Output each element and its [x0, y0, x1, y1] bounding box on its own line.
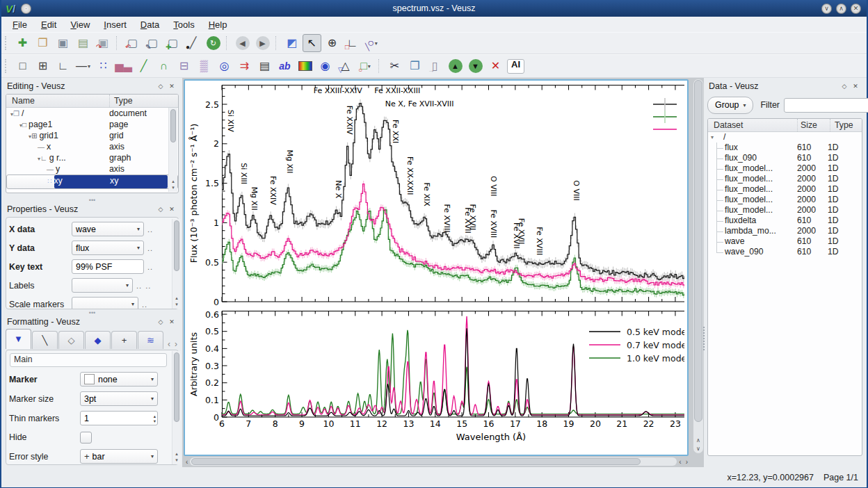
tab-main[interactable]: ▼ — [6, 329, 31, 349]
plot-vscrollbar[interactable]: ∧∨ — [693, 79, 703, 453]
rename-widget-button[interactable]: AI — [506, 57, 525, 75]
tree-row-y[interactable]: —yaxis — [6, 163, 178, 174]
select-region-button[interactable]: ◩ — [282, 34, 301, 52]
tree-row-xy[interactable]: ∷xyxy — [6, 174, 178, 189]
xdata-more-button[interactable]: .. — [147, 225, 153, 234]
reload-data-button[interactable]: ↻ — [204, 34, 223, 52]
maximize-button[interactable]: ∧ — [836, 3, 846, 14]
dataset-col[interactable]: Dataset — [708, 119, 798, 131]
dataset-row-fluxmodel[interactable]: flux_model...20001D — [708, 163, 862, 174]
dataset-row-fluxdelta[interactable]: fluxdelta6101D — [708, 215, 862, 226]
menu-data[interactable]: Data — [134, 19, 166, 30]
zoom-options-dropdown-icon[interactable]: ▾ — [375, 40, 378, 47]
print-document-button[interactable]: ▤ — [74, 34, 93, 52]
plot-page[interactable]: 00.511.522.500.10.20.30.40.50.6678910111… — [184, 79, 689, 456]
insert-grid-button[interactable]: ⊞ — [33, 57, 52, 75]
dataset-row-fluxmodel[interactable]: flux_model...20001D — [708, 184, 862, 195]
tree-row-page1[interactable]: ▾□page1page — [6, 119, 178, 130]
group-button[interactable]: Group▾ — [707, 97, 753, 114]
insert-ternary-button[interactable]: △▽ — [336, 57, 355, 75]
filter-input[interactable] — [784, 98, 868, 113]
ydata-select[interactable]: flux▾ — [72, 241, 144, 255]
previous-page-button[interactable]: ◀ — [233, 34, 252, 52]
keytext-input[interactable] — [72, 259, 144, 274]
insert-boxplot-button[interactable]: ⊟ — [175, 57, 193, 75]
titlebar[interactable]: V/ · spectrum.vsz - Veusz ∨∧✕ — [1, 0, 867, 17]
copy-widget-button[interactable]: ❐ — [405, 57, 424, 75]
save-document-button[interactable]: ▣ — [54, 34, 72, 52]
type-col[interactable]: Type — [830, 119, 862, 131]
insert-colorbar-button[interactable] — [296, 57, 314, 75]
insert-page-button[interactable]: □ — [13, 57, 32, 75]
hide-checkbox[interactable] — [80, 432, 92, 444]
menu-help[interactable]: Help — [202, 19, 234, 30]
marker-select[interactable]: none▾ — [80, 372, 158, 387]
spectrum-plot[interactable]: 00.511.522.500.10.20.30.40.50.6678910111… — [185, 81, 684, 452]
insert-image-button[interactable]: ▒ — [195, 57, 214, 75]
insert-shape-button[interactable]: □○▾ — [356, 57, 375, 75]
keytext-more-button[interactable]: .. — [147, 263, 153, 271]
tab-fill-below[interactable]: ≋ — [138, 331, 163, 349]
close-button[interactable]: ✕ — [851, 3, 861, 14]
pan-view-button[interactable]: ⊕ — [323, 34, 341, 52]
dataset-row-lambdamo[interactable]: lambda_mo...20001D — [708, 226, 862, 236]
tree-row-[interactable]: ▾❐/document — [6, 108, 178, 119]
insert-polar-button[interactable]: ◉ — [316, 57, 335, 75]
markersize-select[interactable]: 3pt▾ — [80, 391, 158, 406]
dataset-row-fluxmodel[interactable]: flux_model...20001D — [708, 195, 862, 205]
export-document-button[interactable]: ▣↷ — [94, 34, 113, 52]
tab-error-bar[interactable]: + — [111, 331, 137, 349]
edit-data-button[interactable]: ▢✎ — [143, 34, 162, 52]
thinmarkers-spinner[interactable]: 1▴▾ — [80, 411, 158, 425]
axes-zoom-button[interactable]: ∟□ — [343, 34, 362, 52]
insert-xy-button[interactable]: ∷ — [94, 57, 113, 75]
insert-axis-button[interactable]: —▾ — [74, 57, 93, 75]
scroll-right-icon[interactable]: › — [684, 458, 690, 466]
cut-widget-button[interactable]: ✂ — [385, 57, 404, 75]
data-close-icon[interactable]: ✕ — [850, 81, 861, 91]
insert-fit-button[interactable]: ╱ — [134, 57, 153, 75]
tab-marker-border[interactable]: ◇ — [58, 331, 84, 349]
scalemarkers-select[interactable]: ▾ — [72, 297, 138, 309]
properties-float-icon[interactable]: ◇ — [155, 204, 166, 214]
tree-row-x[interactable]: —xaxis — [6, 141, 178, 152]
delete-widget-button[interactable]: ✕ — [486, 57, 505, 75]
dataset-row-wave[interactable]: wave6101D — [708, 236, 862, 247]
toolbar-grip[interactable] — [5, 59, 10, 73]
data-float-icon[interactable]: ◇ — [839, 81, 850, 91]
insert-axis-dropdown-icon[interactable]: ▾ — [88, 63, 90, 70]
insert-graph-button[interactable]: ∟ — [54, 57, 72, 75]
minimize-button[interactable]: ∨ — [821, 3, 832, 14]
tab-marker-fill[interactable]: ◆ — [85, 331, 111, 349]
size-col[interactable]: Size — [798, 119, 830, 131]
tree-scrollbar[interactable]: ▴▾ — [168, 108, 177, 192]
errorstyle-select[interactable]: +bar▾ — [80, 449, 158, 464]
tree-row-grid1[interactable]: ▾⊞grid1grid — [6, 130, 178, 141]
open-document-button[interactable]: ❐ — [33, 34, 52, 52]
create-dataset-button[interactable]: ▢✚ — [163, 34, 182, 52]
dataset-row-fluxmodel[interactable]: flux_model...20001D — [708, 205, 862, 215]
tree-col-type[interactable]: Type — [110, 95, 178, 107]
scroll-left2-icon[interactable]: ‹ — [677, 458, 683, 466]
formatting-scrollbar[interactable]: ▴▾ — [172, 351, 181, 464]
menu-edit[interactable]: Edit — [34, 19, 63, 30]
dataset-row-flux090[interactable]: flux_0906101D — [708, 153, 862, 163]
menu-view[interactable]: View — [63, 19, 97, 30]
move-up-widget-button[interactable]: ▲ — [446, 57, 465, 75]
properties-scrollbar[interactable]: ▴▾ — [172, 219, 181, 308]
menu-insert[interactable]: Insert — [97, 19, 134, 30]
dataset-row-fluxmodel[interactable]: flux_model...20001D — [708, 174, 862, 184]
editing-float-icon[interactable]: ◇ — [155, 81, 166, 91]
menu-file[interactable]: File — [6, 19, 34, 30]
menu-tools[interactable]: Tools — [166, 19, 201, 30]
paste-widget-button[interactable]: ▯→ — [426, 57, 444, 75]
dataset-row-wave090[interactable]: wave_0906101D — [708, 247, 862, 257]
insert-label-button[interactable]: ab — [275, 57, 294, 75]
labels-edit-button[interactable]: .. — [145, 282, 151, 290]
plot-hscrollbar[interactable]: ‹ ‹ › — [184, 457, 690, 466]
tabs-next-icon[interactable]: › — [175, 339, 177, 349]
insert-vectorfield-button[interactable]: ⇉ — [235, 57, 254, 75]
tree-col-name[interactable]: Name — [6, 95, 110, 107]
import-data-button[interactable]: ▢↶ — [123, 34, 142, 52]
insert-shape-dropdown-icon[interactable]: ▾ — [368, 63, 371, 70]
